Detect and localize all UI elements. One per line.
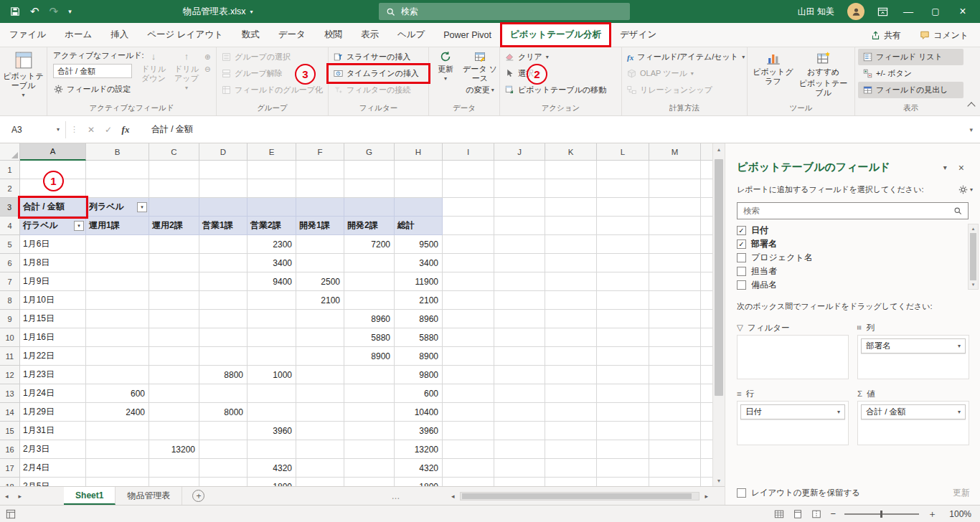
cell-H17[interactable]: 4320 xyxy=(395,459,443,478)
cell-L18[interactable] xyxy=(597,478,649,486)
cell-G4[interactable]: 開発2課 xyxy=(344,217,395,235)
field-item-備品名[interactable]: 備品名 xyxy=(737,278,966,290)
cell-A12[interactable]: 1月23日 xyxy=(20,366,86,384)
cell-F5[interactable] xyxy=(296,235,344,254)
row-header-18[interactable]: 18 xyxy=(0,478,20,486)
column-header-A[interactable]: A xyxy=(20,143,86,161)
cell-E18[interactable]: 1800 xyxy=(248,478,296,486)
page-layout-view-icon[interactable] xyxy=(793,509,803,519)
cell-D6[interactable] xyxy=(199,254,248,272)
cell-F16[interactable] xyxy=(296,440,344,459)
group-selection-button[interactable]: グループの選択 xyxy=(217,49,328,65)
checkbox-備品名[interactable] xyxy=(737,280,746,290)
cell-B12[interactable] xyxy=(86,366,149,384)
vertical-scrollbar[interactable]: ▴ ▾ xyxy=(712,143,725,486)
cell-H16[interactable]: 13200 xyxy=(395,440,443,459)
row-header-16[interactable]: 16 xyxy=(0,440,20,459)
cell-L17[interactable] xyxy=(597,459,649,478)
page-break-view-icon[interactable] xyxy=(811,509,821,519)
cell-L7[interactable] xyxy=(597,272,649,291)
cell-L2[interactable] xyxy=(597,179,649,198)
insert-function-icon[interactable]: fx xyxy=(117,124,134,136)
cell-M3[interactable] xyxy=(649,198,701,217)
row-header-3[interactable]: 3 xyxy=(0,198,20,217)
cell-I16[interactable] xyxy=(443,440,494,459)
cell-H14[interactable]: 10400 xyxy=(395,403,443,422)
tab-Power Pivot[interactable]: Power Pivot xyxy=(434,23,501,47)
column-header-L[interactable]: L xyxy=(597,143,649,161)
zoom-level[interactable]: 100% xyxy=(946,509,971,519)
cell-D12[interactable]: 8800 xyxy=(199,366,248,384)
row-header-6[interactable]: 6 xyxy=(0,254,20,272)
cell-K11[interactable] xyxy=(545,347,597,366)
checkbox-プロジェクト名[interactable] xyxy=(737,253,746,262)
column-header-H[interactable]: H xyxy=(395,143,443,161)
pivotchart-button[interactable]: ピボットグラフ xyxy=(751,47,796,98)
cell-A8[interactable]: 1月10日 xyxy=(20,291,86,310)
cell-J2[interactable] xyxy=(494,179,545,198)
refresh-button[interactable]: 更新▾ xyxy=(429,47,462,95)
cell-B18[interactable] xyxy=(86,478,149,486)
cell-J12[interactable] xyxy=(494,366,545,384)
cell-E17[interactable]: 4320 xyxy=(248,459,296,478)
cell-H7[interactable]: 11900 xyxy=(395,272,443,291)
cell-M4[interactable] xyxy=(649,217,701,235)
hscroll-right-icon[interactable]: ▸ xyxy=(699,493,713,500)
cell-I10[interactable] xyxy=(443,328,494,347)
cell-G10[interactable]: 5880 xyxy=(344,328,395,347)
close-button[interactable]: × xyxy=(956,5,970,18)
cell-E7[interactable]: 9400 xyxy=(248,272,296,291)
cell-M17[interactable] xyxy=(649,459,701,478)
cell-J18[interactable] xyxy=(494,478,545,486)
column-header-F[interactable]: F xyxy=(296,143,344,161)
cell-G16[interactable] xyxy=(344,440,395,459)
cell-G7[interactable] xyxy=(344,272,395,291)
cell-K4[interactable] xyxy=(545,217,597,235)
undo-icon[interactable]: ↶ xyxy=(30,5,39,18)
cell-M14[interactable] xyxy=(649,403,701,422)
tab-ファイル[interactable]: ファイル xyxy=(0,23,55,47)
row-header-9[interactable]: 9 xyxy=(0,310,20,328)
cell-G11[interactable]: 8900 xyxy=(344,347,395,366)
row-header-5[interactable]: 5 xyxy=(0,235,20,254)
filter-dropdown-icon[interactable]: ▾ xyxy=(74,221,84,231)
column-header-D[interactable]: D xyxy=(199,143,248,161)
cell-B2[interactable] xyxy=(86,179,149,198)
cell-D15[interactable] xyxy=(199,422,248,440)
cell-L10[interactable] xyxy=(597,328,649,347)
row-header-8[interactable]: 8 xyxy=(0,291,20,310)
cell-J4[interactable] xyxy=(494,217,545,235)
plus-minus-buttons-toggle[interactable]: +/- ボタン xyxy=(858,65,963,82)
document-title[interactable]: 物品管理表.xlsx▾ xyxy=(183,0,253,23)
cell-K9[interactable] xyxy=(545,310,597,328)
cell-L4[interactable] xyxy=(597,217,649,235)
pane-tools-button[interactable]: ▾ xyxy=(958,185,973,194)
cell-K15[interactable] xyxy=(545,422,597,440)
cell-K13[interactable] xyxy=(545,384,597,403)
row-header-17[interactable]: 17 xyxy=(0,459,20,478)
quick-access-dropdown-icon[interactable]: ▾ xyxy=(68,8,72,15)
cell-J5[interactable] xyxy=(494,235,545,254)
cell-C14[interactable] xyxy=(149,403,199,422)
active-field-value[interactable]: 合計 / 金額 xyxy=(53,64,132,78)
cell-D11[interactable] xyxy=(199,347,248,366)
tab-挿入[interactable]: 挿入 xyxy=(101,23,138,47)
cell-M6[interactable] xyxy=(649,254,701,272)
cell-H10[interactable]: 5880 xyxy=(395,328,443,347)
cell-K12[interactable] xyxy=(545,366,597,384)
cell-M5[interactable] xyxy=(649,235,701,254)
cell-D14[interactable]: 8000 xyxy=(199,403,248,422)
cell-M11[interactable] xyxy=(649,347,701,366)
ribbon-display-options-icon[interactable] xyxy=(877,6,888,17)
cell-J3[interactable] xyxy=(494,198,545,217)
cell-G3[interactable] xyxy=(344,198,395,217)
cell-F3[interactable] xyxy=(296,198,344,217)
cell-E2[interactable] xyxy=(248,179,296,198)
cell-D5[interactable] xyxy=(199,235,248,254)
cell-L8[interactable] xyxy=(597,291,649,310)
row-header-15[interactable]: 15 xyxy=(0,422,20,440)
field-settings-button[interactable]: フィールドの設定 xyxy=(49,81,136,98)
cell-C6[interactable] xyxy=(149,254,199,272)
pane-close-icon[interactable]: × xyxy=(953,162,970,174)
enter-icon[interactable]: ✓ xyxy=(100,125,117,135)
